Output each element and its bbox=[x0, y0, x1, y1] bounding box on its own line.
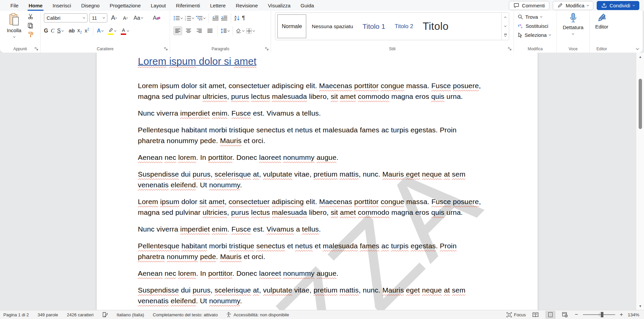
share-button[interactable]: Condividi bbox=[597, 1, 639, 10]
gallery-more-button[interactable] bbox=[502, 31, 509, 40]
font-name-select[interactable]: Calibri bbox=[44, 13, 88, 22]
page-indicator[interactable]: Pagina 1 di 2 bbox=[3, 312, 29, 317]
style-item-normale[interactable]: Normale bbox=[277, 14, 306, 38]
collapse-ribbon-button[interactable] bbox=[636, 47, 639, 50]
subscript-button[interactable]: x2 bbox=[77, 27, 82, 34]
replace-button[interactable]: b c Sostituisci bbox=[518, 23, 548, 29]
print-layout-button[interactable] bbox=[545, 311, 555, 319]
focus-button[interactable]: Focus bbox=[506, 312, 526, 317]
multilevel-list-button[interactable] bbox=[196, 15, 205, 21]
increase-indent-icon[interactable] bbox=[221, 15, 227, 21]
paragraph[interactable]: Nunc viverra imperdiet enim. Fusce est. … bbox=[138, 108, 529, 119]
menu-item-visualizza[interactable]: Visualizza bbox=[263, 0, 296, 11]
decrease-indent-icon[interactable] bbox=[212, 15, 219, 21]
clear-formatting-button[interactable]: A bbox=[151, 15, 162, 21]
text-effects-button[interactable]: A bbox=[97, 28, 104, 34]
align-center-button[interactable] bbox=[184, 26, 193, 35]
document-heading[interactable]: Lorem ispum dolor si amet bbox=[138, 55, 529, 68]
font-size-select[interactable]: 11 bbox=[89, 13, 107, 22]
style-item-titolo[interactable]: Titolo bbox=[419, 14, 453, 38]
char-count[interactable]: 2426 caratteri bbox=[67, 312, 94, 317]
style-item-nessuna-spaziatu[interactable]: Nessuna spaziatu bbox=[308, 14, 357, 38]
paragraph[interactable]: Lorem ipsum dolor sit amet, consectetuer… bbox=[138, 196, 529, 218]
numbered-list-button[interactable]: 123 bbox=[185, 15, 194, 21]
strikethrough-button[interactable]: ab bbox=[69, 28, 75, 34]
menu-item-lettere[interactable]: Lettere bbox=[205, 0, 231, 11]
paragraph[interactable]: Aenean nec lorem. In porttitor. Donec la… bbox=[138, 268, 529, 279]
scroll-down-icon[interactable]: ▼ bbox=[636, 303, 644, 309]
paragraph[interactable]: Suspendisse dui purus, scelerisque at, v… bbox=[138, 169, 529, 190]
bold-button[interactable]: G bbox=[44, 28, 48, 34]
paste-button[interactable]: Incolla bbox=[4, 13, 24, 39]
text-completion-status[interactable]: Completamento del testo: attivato bbox=[153, 312, 218, 317]
paragraph[interactable]: Pellentesque habitant morbi tristique se… bbox=[138, 125, 529, 146]
paragraph[interactable]: Aenean nec lorem. In porttitor. Donec la… bbox=[138, 152, 529, 163]
line-spacing-button[interactable] bbox=[221, 28, 229, 34]
menu-item-riferimenti[interactable]: Riferimenti bbox=[171, 0, 205, 11]
change-case-button[interactable]: Aa bbox=[132, 15, 145, 21]
format-painter-icon[interactable] bbox=[28, 31, 34, 38]
read-mode-button[interactable] bbox=[531, 311, 541, 319]
bullet-list-button[interactable] bbox=[173, 15, 182, 21]
select-button[interactable]: Seleziona bbox=[518, 32, 551, 38]
align-right-button[interactable] bbox=[195, 26, 204, 35]
copy-icon[interactable] bbox=[28, 22, 34, 28]
editor-button[interactable]: Editor bbox=[590, 13, 614, 29]
comments-button[interactable]: Commenti bbox=[509, 1, 549, 10]
menu-item-revisione[interactable]: Revisione bbox=[231, 0, 263, 11]
paragraph[interactable]: Suspendisse dui purus, scelerisque at, v… bbox=[138, 285, 529, 306]
document-content[interactable]: Lorem ispum dolor si amet Lorem ipsum do… bbox=[138, 55, 529, 310]
style-item-titolo-2[interactable]: Titolo 2 bbox=[391, 14, 417, 38]
share-label: Condividi bbox=[609, 3, 630, 8]
proofing-status[interactable] bbox=[102, 312, 108, 317]
paragraph[interactable]: Pellentesque habitant morbi tristique se… bbox=[138, 241, 529, 262]
paragraph-dialog-launcher[interactable] bbox=[265, 47, 269, 51]
justify-button[interactable] bbox=[206, 26, 214, 35]
borders-button[interactable] bbox=[246, 28, 255, 34]
zoom-level[interactable]: 134% bbox=[628, 312, 639, 317]
sort-button[interactable]: AZ bbox=[234, 15, 240, 21]
language-indicator[interactable]: Italiano (Italia) bbox=[117, 312, 144, 317]
highlight-color-button[interactable] bbox=[108, 27, 116, 35]
zoom-slider[interactable] bbox=[583, 314, 615, 315]
zoom-out-button[interactable]: − bbox=[575, 311, 578, 318]
styles-dialog-launcher[interactable] bbox=[508, 47, 512, 51]
styles-gallery: NormaleNessuna spaziatuTitolo 1Titolo 2T… bbox=[275, 12, 509, 40]
style-item-titolo-1[interactable]: Titolo 1 bbox=[359, 14, 389, 38]
clipboard-dialog-launcher[interactable] bbox=[35, 47, 39, 51]
underline-button[interactable]: S bbox=[57, 28, 63, 34]
vertical-scrollbar[interactable]: ▲ ▼ bbox=[636, 53, 644, 310]
paragraph[interactable]: Lorem ipsum dolor sit amet, consectetuer… bbox=[138, 80, 529, 102]
menu-item-inserisci[interactable]: Inserisci bbox=[48, 0, 76, 11]
zoom-in-button[interactable]: + bbox=[620, 311, 623, 318]
italic-button[interactable]: C bbox=[51, 28, 54, 34]
web-layout-button[interactable] bbox=[560, 311, 570, 319]
align-left-button[interactable] bbox=[173, 26, 182, 35]
editing-mode-button[interactable]: Modifica bbox=[553, 1, 593, 10]
find-button[interactable]: Trova bbox=[518, 14, 542, 20]
paragraph[interactable]: Nunc viverra imperdiet enim. Fusce est. … bbox=[138, 224, 529, 235]
dictate-button[interactable]: Dettatura bbox=[557, 13, 589, 36]
gallery-up-button[interactable] bbox=[502, 13, 509, 22]
menu-item-guida[interactable]: Guida bbox=[296, 0, 319, 11]
menu-item-home[interactable]: Home bbox=[23, 0, 48, 11]
superscript-button[interactable]: x2 bbox=[85, 27, 89, 34]
menu-item-progettazione[interactable]: Progettazione bbox=[105, 0, 146, 11]
cut-icon[interactable] bbox=[28, 14, 34, 19]
document-page[interactable]: BOZZA Lorem ispum dolor si amet Lorem ip… bbox=[96, 53, 538, 310]
menu-item-disegno[interactable]: Disegno bbox=[76, 0, 105, 11]
font-color-button[interactable]: A bbox=[121, 27, 129, 35]
scroll-up-icon[interactable]: ▲ bbox=[636, 53, 644, 60]
gallery-down-button[interactable] bbox=[502, 22, 509, 31]
accessibility-status[interactable]: ? Accessibilità: non disponibile bbox=[226, 312, 289, 317]
shrink-font-button[interactable]: A˅ bbox=[121, 15, 130, 21]
zoom-slider-thumb[interactable] bbox=[601, 312, 603, 317]
menu-item-layout[interactable]: Layout bbox=[146, 0, 171, 11]
menu-item-file[interactable]: File bbox=[5, 0, 23, 11]
shading-button[interactable] bbox=[236, 28, 244, 34]
word-count[interactable]: 349 parole bbox=[38, 312, 58, 317]
font-dialog-launcher[interactable] bbox=[164, 47, 168, 51]
scrollbar-thumb[interactable] bbox=[639, 79, 642, 129]
pilcrow-button[interactable]: ¶ bbox=[242, 15, 245, 21]
grow-font-button[interactable]: A˄ bbox=[109, 14, 119, 21]
